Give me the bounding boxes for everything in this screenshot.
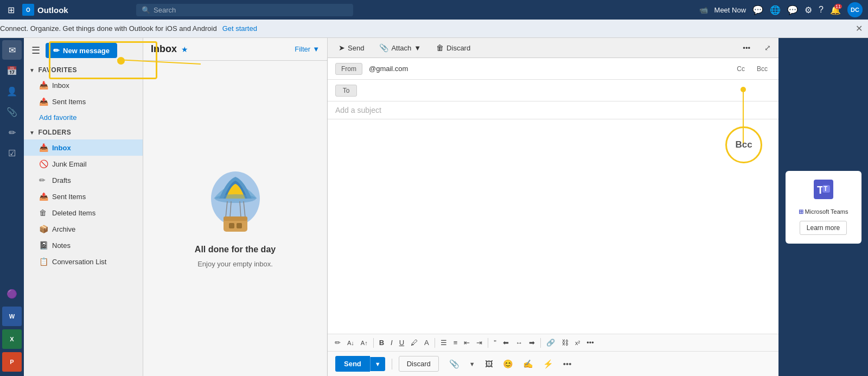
format-superscript-btn[interactable]: x² (572, 337, 583, 348)
folder-inbox[interactable]: 📥 Inbox (24, 139, 143, 156)
video-call-icon[interactable]: 📹 (699, 6, 708, 14)
folder-sent[interactable]: 📤 Sent Items (24, 188, 143, 205)
from-label: From (335, 63, 362, 75)
format-quote-btn[interactable]: " (491, 336, 499, 349)
discard-toolbar-button[interactable]: 🗑 Discard (433, 41, 474, 54)
app-name: Outlook (37, 5, 68, 15)
feedback-icon[interactable]: 💬 (787, 5, 798, 15)
emoji-btn[interactable]: 😊 (499, 356, 517, 372)
discard-button[interactable]: Discard (399, 356, 439, 372)
ms-teams-label: Microsoft Teams (805, 208, 848, 215)
sidebar-item-excel[interactable]: X (2, 329, 22, 349)
avatar[interactable]: DC (847, 2, 863, 17)
compose-content-area[interactable] (328, 119, 778, 334)
inbox-empty-state: All done for the day Enjoy your empty in… (143, 61, 327, 376)
folder-conversation[interactable]: 📋 Conversation List (24, 253, 143, 270)
attach-file-icon-btn[interactable]: 📎 (445, 356, 463, 372)
format-font-size-up-btn[interactable]: A↑ (358, 337, 371, 348)
new-message-button[interactable]: ✏ New message (46, 43, 117, 58)
sidebar-item-onenote[interactable]: 🟣 (2, 284, 22, 303)
sidebar-item-tasks[interactable]: ☑ (2, 143, 22, 163)
learn-more-button[interactable]: Learn more (800, 221, 847, 235)
format-unlink-btn[interactable]: ⛓ (559, 336, 571, 349)
apps-grid-icon[interactable]: ⊞ (5, 3, 17, 17)
to-field: To (328, 80, 778, 101)
format-highlight-btn[interactable]: 🖊 (408, 336, 420, 349)
banner-close-icon[interactable]: ✕ (856, 23, 863, 34)
format-align-left-btn[interactable]: ⬅ (500, 336, 512, 349)
sidebar-item-powerpoint[interactable]: P (2, 352, 22, 372)
star-icon[interactable]: ★ (181, 45, 188, 54)
language-icon[interactable]: 🌐 (770, 5, 781, 15)
message-list-header: Inbox ★ Filter ▼ (143, 38, 327, 61)
sidebar-item-files[interactable]: 📎 (2, 102, 22, 122)
svg-rect-7 (224, 216, 247, 221)
signature-btn[interactable]: ✍ (519, 356, 537, 372)
ms-teams-text: ⊞ Microsoft Teams (799, 208, 848, 215)
folder-drafts[interactable]: ✏ Drafts (24, 172, 143, 188)
format-align-center-btn[interactable]: ↔ (513, 336, 525, 349)
favorite-sent-items[interactable]: 📤 Sent Items (24, 93, 143, 110)
filter-button[interactable]: Filter ▼ (295, 45, 320, 53)
add-favorite-btn[interactable]: Add favorite (24, 110, 143, 125)
folder-archive-label: Archive (52, 225, 75, 233)
help-icon[interactable]: ? (819, 5, 824, 15)
format-underline-btn[interactable]: U (397, 336, 407, 349)
folder-notes[interactable]: 📓 Notes (24, 237, 143, 253)
search-bar[interactable]: 🔍 (136, 4, 353, 16)
search-input[interactable] (154, 6, 348, 14)
send-toolbar: Send ▼ Discard 📎 ▼ 🖼 😊 ✍ ⚡ ••• (328, 351, 778, 376)
info-banner: Connect. Organize. Get things done with … (0, 20, 868, 38)
attach-toolbar-button[interactable]: 📎 Attach ▼ (376, 41, 424, 54)
settings-icon[interactable]: ⚙ (805, 5, 812, 15)
format-more-btn[interactable]: ••• (584, 336, 597, 349)
apps-btn[interactable]: ⚡ (539, 356, 557, 372)
to-input[interactable] (363, 86, 771, 94)
expand-compose-button[interactable]: ⤢ (764, 43, 771, 52)
format-align-right-btn[interactable]: ➡ (526, 336, 538, 349)
sidebar-item-word[interactable]: W (2, 307, 22, 326)
format-bold-btn[interactable]: B (376, 336, 387, 349)
format-number-list-btn[interactable]: ≡ (451, 336, 461, 349)
folders-header[interactable]: ▼ Folders (24, 125, 143, 139)
favorite-sent-label: Sent Items (52, 98, 86, 106)
folder-panel: ☰ ✏ New message ▼ Favorites 📥 Inbox 📤 (24, 38, 143, 376)
cc-button[interactable]: Cc (733, 63, 748, 74)
main-content: ✉ 📅 👤 📎 ✏ ☑ 🟣 W X P ☰ ✏ New message (0, 38, 868, 376)
insert-image-btn[interactable]: 🖼 (481, 356, 497, 372)
send-button[interactable]: Send (335, 356, 370, 372)
skype-icon[interactable]: 💬 (752, 5, 763, 15)
inbox-empty-title: All done for the day (195, 245, 276, 254)
sidebar-item-notes[interactable]: ✏ (2, 123, 22, 142)
compose-body: From Cc Bcc To (328, 58, 778, 376)
attach-dropdown-btn[interactable]: ▼ (465, 356, 479, 372)
format-font-color-btn[interactable]: A (422, 336, 432, 349)
favorites-header[interactable]: ▼ Favorites (24, 63, 143, 77)
format-font-size-down-btn[interactable]: A↓ (344, 337, 357, 348)
more-options-btn[interactable]: ••• (559, 356, 576, 372)
folder-junk[interactable]: 🚫 Junk Email (24, 156, 143, 172)
sidebar-item-mail[interactable]: ✉ (2, 40, 22, 60)
format-bullet-list-btn[interactable]: ☰ (438, 336, 450, 349)
subject-input[interactable] (335, 106, 771, 114)
format-indent-decrease-btn[interactable]: ⇤ (461, 336, 473, 349)
hamburger-button[interactable]: ☰ (29, 42, 42, 59)
favorites-label: Favorites (38, 66, 77, 74)
bcc-button[interactable]: Bcc (754, 63, 771, 74)
notifications-icon[interactable]: 🔔11 (830, 5, 841, 15)
more-toolbar-button[interactable]: ••• (739, 42, 754, 54)
sidebar-item-calendar[interactable]: 📅 (2, 61, 22, 80)
folder-archive[interactable]: 📦 Archive (24, 221, 143, 237)
favorite-inbox[interactable]: 📥 Inbox (24, 77, 143, 93)
folder-deleted[interactable]: 🗑 Deleted Items (24, 205, 143, 221)
send-toolbar-button[interactable]: ➤ Send (335, 41, 367, 54)
format-indent-increase-btn[interactable]: ⇥ (474, 336, 485, 349)
format-link-btn[interactable]: 🔗 (544, 336, 558, 349)
send-dropdown-button[interactable]: ▼ (370, 357, 385, 371)
meet-now-btn[interactable]: Meet Now (714, 6, 746, 14)
from-input[interactable] (369, 65, 733, 73)
sidebar-item-people[interactable]: 👤 (2, 81, 22, 101)
format-style-btn[interactable]: ✏ (332, 336, 343, 349)
get-started-link[interactable]: Get started (222, 24, 257, 33)
format-italic-btn[interactable]: I (388, 336, 395, 349)
